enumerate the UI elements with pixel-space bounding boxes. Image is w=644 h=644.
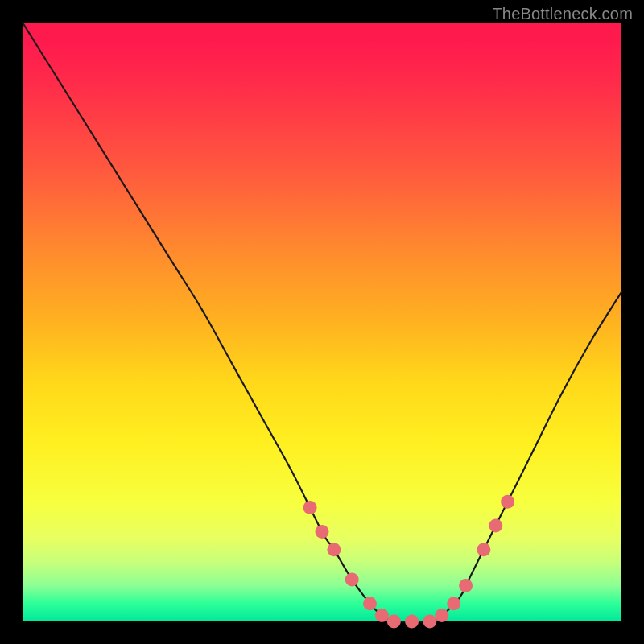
plot-area [23,23,621,621]
highlight-dot [459,579,473,592]
highlight-dot [405,615,419,629]
highlight-dot [375,609,389,622]
highlight-dot [316,525,329,539]
highlight-dot [363,597,377,610]
highlight-dot [423,615,436,629]
highlight-dot [447,597,460,610]
chart-frame: TheBottleneck.com [0,0,644,644]
highlight-dot [477,543,490,556]
curve-svg [23,23,621,621]
highlight-dots [303,495,514,629]
highlight-dot [435,609,448,622]
watermark-text: TheBottleneck.com [492,5,633,23]
highlight-dot [303,501,317,514]
highlight-dot [327,543,341,556]
highlight-dot [501,495,514,509]
highlight-dot [489,519,502,533]
highlight-dot [345,572,359,586]
highlight-dot [387,615,401,629]
